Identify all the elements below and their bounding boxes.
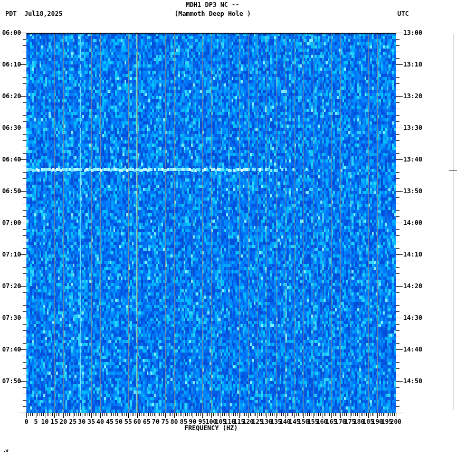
time-label-left: 06:00 (0, 30, 21, 36)
time-label-right: 13:40 (403, 156, 422, 163)
freq-tick-label: 65 (143, 419, 150, 425)
time-label-left: 06:50 (0, 188, 21, 194)
freq-tick-label: 0 (24, 419, 28, 425)
time-label-left: 06:20 (0, 93, 21, 99)
time-label-left: 07:50 (0, 378, 21, 384)
time-label-right: 13:50 (403, 188, 422, 194)
page-subtitle: (Mammoth Deep Hole ) (0, 11, 425, 17)
time-label-left: 07:40 (0, 346, 21, 353)
freq-tick-label: 70 (152, 419, 159, 425)
time-label-right: 14:30 (403, 315, 422, 321)
right-timezone-label: UTC (397, 11, 409, 17)
time-label-right: 14:20 (403, 283, 422, 289)
corner-footnote: .w (3, 447, 8, 454)
time-label-right: 13:30 (403, 125, 422, 131)
time-label-left: 07:30 (0, 315, 21, 321)
time-label-right: 13:20 (403, 93, 422, 99)
freq-tick-label: 20 (60, 419, 67, 425)
time-label-right: 13:10 (403, 61, 422, 68)
time-label-left: 07:10 (0, 251, 21, 258)
freq-tick-label: 60 (134, 419, 141, 425)
freq-tick-label: 5 (34, 419, 37, 425)
time-label-left: 06:10 (0, 61, 21, 68)
freq-tick-label: 40 (97, 419, 104, 425)
time-label-right: 14:40 (403, 346, 422, 353)
freq-tick-label: 30 (78, 419, 85, 425)
freq-tick-label: 25 (69, 419, 77, 425)
freq-tick-label: 50 (115, 419, 122, 425)
freq-tick-label: 15 (51, 419, 58, 425)
freq-tick-label: 200 (390, 419, 402, 425)
spectrogram-page: PDT Jul18,2025 MDH1 DP3 NC -- (Mammoth D… (0, 0, 476, 456)
freq-tick-label: 10 (41, 419, 49, 425)
page-title: MDH1 DP3 NC -- (0, 2, 425, 8)
time-label-left: 06:40 (0, 156, 21, 163)
time-label-right: 13:00 (403, 30, 422, 36)
time-label-left: 06:30 (0, 125, 21, 131)
freq-tick-label: 80 (170, 419, 178, 425)
time-label-left: 07:00 (0, 220, 21, 226)
freq-tick-label: 75 (161, 419, 169, 425)
freq-tick-label: 45 (106, 419, 113, 425)
spectrogram-plot-canvas (0, 0, 476, 456)
time-label-right: 14:00 (403, 220, 422, 226)
time-label-left: 07:20 (0, 283, 21, 289)
freq-tick-label: 35 (88, 419, 95, 425)
time-label-right: 14:10 (403, 251, 422, 258)
x-axis-title: FREQUENCY (HZ) (26, 425, 396, 432)
freq-tick-label: 55 (125, 419, 132, 425)
time-label-right: 14:50 (403, 378, 422, 384)
